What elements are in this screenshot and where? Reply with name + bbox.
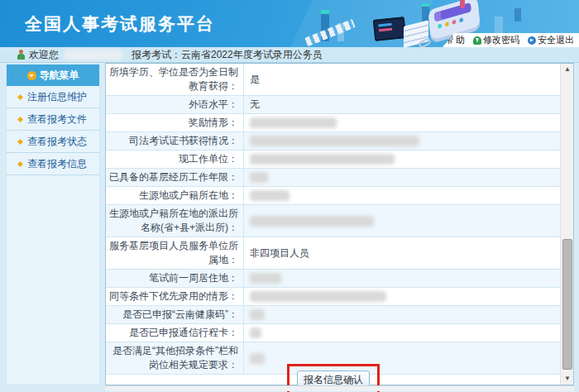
illustration-building-cap (321, 10, 329, 14)
redacted-username (64, 50, 123, 60)
field-value (243, 306, 561, 323)
redacted-value (250, 309, 265, 320)
illustration-building (514, 8, 521, 22)
form-row: 同等条件下优先录用的情形： (106, 288, 561, 306)
logout-link[interactable]: 安全退出 (528, 34, 574, 46)
sidebar-item-view-exam-documents-label: 查看报考文件 (27, 112, 87, 127)
field-value (243, 151, 561, 168)
app-header: 全国人事考试服务平台 帮 助修改密码安全退出 (0, 0, 579, 47)
redacted-value (250, 291, 386, 302)
redacted-value (250, 154, 395, 165)
field-label: 生源地或户籍所在地的派出所名称(省+县+派出所)： (106, 205, 243, 237)
bullet-icon (17, 93, 23, 99)
field-value (243, 324, 561, 342)
sidebar-item-view-application-status[interactable]: 查看报考状态 (7, 131, 99, 153)
user-icon (17, 50, 26, 60)
field-value: 是 (243, 64, 561, 95)
field-value (243, 205, 561, 237)
header-links: 帮 助修改密码安全退出 (443, 33, 579, 47)
logout-link-label: 安全退出 (538, 34, 574, 46)
redacted-value (250, 273, 281, 284)
field-label: 是否已申报“云南健康码”： (106, 306, 243, 323)
field-label: 已具备的基层经历工作年限： (106, 169, 243, 186)
logout-icon (528, 36, 536, 45)
illustration-ladder (304, 19, 356, 46)
form-row: 现工作单位： (106, 151, 561, 169)
form-row: 生源地或户籍所在地的派出所名称(省+县+派出所)： (106, 205, 561, 237)
field-label: 服务基层项目人员服务单位所属地： (106, 237, 243, 269)
form-row: 是否已申报通信行程卡： (106, 324, 561, 342)
redacted-value (250, 117, 337, 128)
scroll-down-arrow[interactable]: ▼ (561, 373, 574, 385)
sidebar-item-view-application-info[interactable]: 查看报考信息 (7, 153, 99, 175)
form-rows: 所填学历、学位是否为全日制教育获得：是外语水平：无奖励情形：司法考试证书获得情况… (106, 64, 561, 375)
edit-password-icon (473, 36, 481, 45)
sidebar-item-registration-info-label: 注册信息维护 (27, 90, 87, 104)
field-value (243, 169, 561, 186)
field-label: 奖励情形： (106, 114, 243, 131)
app-title: 全国人事考试服务平台 (25, 12, 215, 36)
change-password-link[interactable]: 修改密码 (473, 34, 519, 46)
illustration-monitor (373, 17, 407, 41)
field-label: 笔试前一周居住地： (106, 270, 243, 287)
scroll-thumb[interactable] (562, 239, 572, 370)
sidebar-menu: 注册信息维护查看报考文件查看报考状态查看报考信息 (7, 86, 99, 175)
form-row: 外语水平：无 (106, 96, 561, 114)
form-row: 奖励情形： (106, 114, 561, 132)
redacted-value (250, 327, 261, 338)
redacted-value (250, 353, 265, 364)
change-password-link-label: 修改密码 (483, 34, 519, 46)
illustration-building-cap (422, 3, 429, 7)
illustration-figure (460, 0, 465, 8)
field-label: 现工作单位： (106, 151, 243, 168)
form-row: 所填学历、学位是否为全日制教育获得：是 (106, 64, 561, 96)
field-label: 司法考试证书获得情况： (106, 132, 243, 150)
field-label: 外语水平： (106, 96, 243, 113)
form-row: 笔试前一周居住地： (106, 270, 561, 288)
field-value (243, 187, 561, 204)
bottom-strip (105, 385, 574, 391)
bullet-icon (17, 160, 23, 166)
welcome-bar: 欢迎您 报考考试：云南省2022年度考试录用公务员 (0, 47, 579, 63)
field-value: 无 (243, 96, 561, 113)
nav-menu-title: 导航菜单 (40, 69, 79, 83)
field-value (243, 270, 561, 287)
confirm-button-row: 报名信息确认 (106, 363, 561, 386)
bullet-icon (17, 138, 23, 144)
redacted-value (250, 216, 374, 227)
form-row: 服务基层项目人员服务单位所属地：非四项目人员 (106, 237, 561, 270)
redacted-value (250, 136, 419, 146)
field-value (243, 132, 561, 150)
field-value (243, 288, 561, 305)
exam-info: 报考考试：云南省2022年度考试录用公务员 (132, 48, 323, 62)
nav-menu-header: 导航菜单 (7, 65, 99, 86)
field-label: 是否已申报通信行程卡： (106, 324, 243, 342)
bullet-icon (17, 116, 23, 122)
scrollbar[interactable]: ▲ ▼ (560, 64, 573, 385)
form-row: 司法考试证书获得情况： (106, 132, 561, 151)
sidebar-item-view-exam-documents[interactable]: 查看报考文件 (7, 108, 99, 131)
sidebar-item-view-application-info-label: 查看报考信息 (27, 157, 87, 171)
sidebar: 导航菜单 注册信息维护查看报考文件查看报考状态查看报考信息 (6, 65, 100, 385)
field-label: 生源地或户籍所在地： (106, 187, 243, 204)
form-row: 已具备的基层经历工作年限： (106, 169, 561, 187)
field-value: 非四项目人员 (243, 237, 561, 269)
field-value (243, 114, 561, 131)
form-panel: 所填学历、学位是否为全日制教育获得：是外语水平：无奖励情形：司法考试证书获得情况… (105, 63, 574, 385)
scroll-up-arrow[interactable]: ▲ (561, 64, 574, 75)
sidebar-item-view-application-status-label: 查看报考状态 (27, 135, 87, 149)
field-label: 所填学历、学位是否为全日制教育获得： (106, 64, 243, 95)
menu-collapse-icon (27, 71, 36, 80)
redacted-value (250, 172, 268, 183)
sidebar-item-registration-info[interactable]: 注册信息维护 (7, 86, 99, 108)
field-label: 同等条件下优先录用的情形： (106, 288, 243, 305)
redacted-value (250, 190, 290, 201)
form-row: 生源地或户籍所在地： (106, 187, 561, 205)
welcome-greeting: 欢迎您 (29, 48, 59, 62)
page: 全国人事考试服务平台 帮 助修改密码安全退出 欢迎您 报考考试：云南省2022年… (0, 0, 579, 392)
form-row: 是否已申报“云南健康码”： (106, 306, 561, 324)
